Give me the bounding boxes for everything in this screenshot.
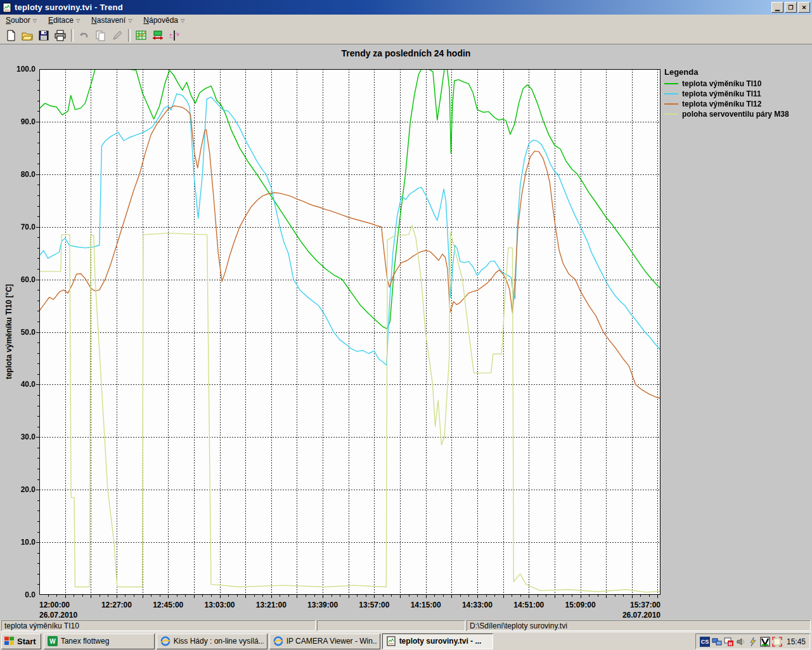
cursor-icon <box>169 30 180 41</box>
copy-button[interactable] <box>93 28 108 43</box>
chart-region: Trendy za posledních 24 hodin teplota vý… <box>0 44 812 620</box>
pen-button[interactable] <box>109 28 125 43</box>
svg-text:W: W <box>49 638 56 645</box>
remote-tray-icon[interactable]: R <box>724 637 734 647</box>
x-axis-tick-label: 13:39:00 <box>307 601 338 609</box>
messenger-tray-icon[interactable] <box>748 637 758 647</box>
toolbar-separator <box>71 29 74 42</box>
legend-item: teplota výměníku TI10 <box>664 79 789 89</box>
y-axis-tick-label: 60.0 <box>0 275 35 284</box>
taskbar: Start WTanex flottwegKiss Hády : on-line… <box>0 632 812 650</box>
chart-title: Trendy za posledních 24 hodin <box>0 48 812 58</box>
legend-item: teplota výměníku TI12 <box>664 99 789 109</box>
y-axis-tick-label: 40.0 <box>0 380 35 389</box>
taskbar-clock[interactable]: 15:45 <box>787 637 806 646</box>
x-axis-tick-label: 15:09:00 <box>565 601 596 609</box>
new-icon <box>5 30 16 41</box>
menu-item-soubor[interactable]: Soubor▽ <box>0 15 42 26</box>
system-tray: CS R 15:45 <box>695 634 810 649</box>
legend-item: teplota výměníku TI11 <box>664 89 789 99</box>
print-button[interactable] <box>52 28 68 43</box>
menu-dropdown-icon: ▽ <box>128 18 132 23</box>
menu-item-napoveda[interactable]: Nápověda▽ <box>138 15 190 26</box>
cursor-button[interactable] <box>166 28 182 43</box>
x-axis-date-label: 26.07.2010 <box>39 611 77 620</box>
x-axis-tick-label: 14:51:00 <box>513 601 544 609</box>
menu-bar: Soubor▽Editace▽Nastavení▽Nápověda▽ <box>0 15 812 27</box>
title-bar[interactable]: teploty suroviny.tvi - Trend ▁ ❐ ✕ <box>0 0 812 15</box>
status-field-file-path: D:\Sdílení\teploty suroviny.tvi <box>467 620 811 631</box>
capture-tray-icon[interactable] <box>772 637 782 647</box>
legend-swatch <box>664 83 678 84</box>
taskbar-task-button[interactable]: Kiss Hády : on-line vysílá... <box>157 634 267 649</box>
toolbar <box>0 27 812 44</box>
xrange-button[interactable] <box>150 28 165 43</box>
x-axis-tick-label: 12:27:00 <box>101 601 132 609</box>
y-axis-tick-label: 80.0 <box>0 170 35 179</box>
antivirus-tray-icon[interactable] <box>760 637 770 647</box>
network-tray-icon[interactable] <box>712 637 722 647</box>
restore-button[interactable]: ❐ <box>785 2 797 13</box>
undo-button[interactable] <box>76 28 92 43</box>
legend-item-label: poloha servoventilu páry M38 <box>682 110 789 119</box>
save-icon <box>38 30 49 41</box>
app-icon[interactable] <box>2 3 12 13</box>
x-axis-tick-label: 14:15:00 <box>411 601 441 609</box>
x-axis-tick-label: 13:03:00 <box>204 601 235 609</box>
legend-title: Legenda <box>664 67 789 77</box>
pen-icon <box>112 30 123 41</box>
x-axis-date-label: 26.07.2010 <box>622 611 661 620</box>
copy-icon <box>95 30 106 41</box>
menu-item-nastaveni[interactable]: Nastavení▽ <box>86 15 138 26</box>
start-button[interactable]: Start <box>1 634 41 649</box>
y-axis-tick-label: 90.0 <box>0 117 35 126</box>
y-axis-tick-label: 50.0 <box>0 328 35 337</box>
legend: Legenda teplota výměníku TI10teplota vým… <box>664 67 789 119</box>
legend-swatch <box>664 114 678 115</box>
volume-tray-icon[interactable] <box>736 637 746 647</box>
y-axis-tick-label: 10.0 <box>0 538 35 547</box>
x-axis-tick-label: 13:57:00 <box>359 601 389 609</box>
taskbar-task-label: Kiss Hády : on-line vysílá... <box>174 637 264 646</box>
trenddoc-icon <box>386 636 396 646</box>
y-axis-tick-label: 0.0 <box>0 590 35 599</box>
trend-plot-canvas[interactable] <box>34 64 666 600</box>
window-title: teploty suroviny.tvi - Trend <box>15 3 123 12</box>
menu-dropdown-icon: ▽ <box>33 18 37 23</box>
taskbar-task-button[interactable]: WTanex flottweg <box>44 634 155 649</box>
minimize-button[interactable]: ▁ <box>771 2 783 13</box>
language-indicator[interactable]: CS <box>700 637 710 647</box>
x-axis-tick-label: 12:45:00 <box>153 601 183 609</box>
x-axis-tick-label: 15:37:00 <box>630 601 661 609</box>
menu-dropdown-icon: ▽ <box>76 18 80 23</box>
print-icon <box>55 30 66 41</box>
legend-swatch <box>664 93 678 94</box>
windows-logo-icon <box>4 637 15 646</box>
x-axis-tick-label: 14:33:00 <box>462 601 493 609</box>
cw-icon: W <box>48 636 58 646</box>
taskbar-task-label: IP CAMERA Viewer - Win... <box>287 637 377 646</box>
ie-icon <box>160 636 171 646</box>
taskbar-task-label: Tanex flottweg <box>61 637 110 646</box>
y-axis-tick-label: 70.0 <box>0 223 35 231</box>
new-button[interactable] <box>3 28 18 43</box>
taskbar-task-label: teploty suroviny.tvi - ... <box>399 637 482 646</box>
close-button[interactable]: ✕ <box>798 2 810 13</box>
taskbar-task-button[interactable]: IP CAMERA Viewer - Win... <box>269 634 380 649</box>
menu-dropdown-icon: ▽ <box>181 18 184 23</box>
open-button[interactable] <box>19 28 35 43</box>
start-button-label: Start <box>17 637 36 646</box>
menu-item-editace[interactable]: Editace▽ <box>42 15 86 26</box>
y-axis-tick-label: 20.0 <box>0 485 35 494</box>
legend-item: poloha servoventilu páry M38 <box>664 109 789 119</box>
grid-button[interactable] <box>133 28 149 43</box>
open-icon <box>22 30 33 41</box>
save-button[interactable] <box>35 28 51 43</box>
x-axis-tick-label: 12:00:00 <box>39 601 70 609</box>
legend-swatch <box>664 103 678 105</box>
x-axis-tick-label: 13:21:00 <box>256 601 287 609</box>
legend-item-label: teplota výměníku TI11 <box>682 89 761 98</box>
status-bar: teplota výměníku TI10 D:\Sdílení\teploty… <box>0 620 812 632</box>
legend-item-label: teplota výměníku TI10 <box>682 79 761 88</box>
taskbar-task-button[interactable]: teploty suroviny.tvi - ... <box>382 634 493 649</box>
